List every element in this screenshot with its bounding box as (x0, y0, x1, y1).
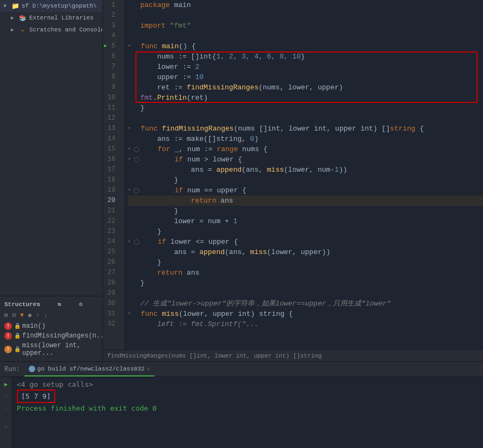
code-line-12 (128, 113, 483, 124)
code-line-14: ans := make([]string, 0) (128, 134, 483, 144)
run-up-btn[interactable]: ↑ (1, 391, 11, 401)
bp-indicator-21 (133, 209, 139, 214)
code-line-7: lower := 2 (128, 62, 483, 72)
code-line-32: left := fmt.Sprintf("... (128, 319, 483, 329)
code-line-9: ret := findMissingRanges(nums, lower, up… (128, 82, 483, 93)
sort2-icon[interactable]: ⇆ (58, 301, 77, 308)
code-line-22: lower = num + 1 (128, 216, 483, 226)
fold-btn-31[interactable]: ▾ (128, 309, 133, 319)
code-line-29 (128, 288, 483, 298)
badge-miss: ! (4, 346, 12, 353)
bp-indicator-4 (133, 34, 139, 39)
code-line-18: } (128, 175, 483, 185)
output-line-3: Process finished with exit code 0 (17, 403, 479, 413)
structure-item-main-label: main() (22, 322, 45, 330)
bp-indicator-17 (133, 167, 139, 173)
code-line-30: // 生成"lower->upper"的字符串，如果lower==upper，只… (128, 298, 483, 309)
code-line-3: import "fmt" (128, 21, 483, 31)
code-line-15: ▾ for _, num := range nums { (128, 144, 483, 154)
bp-indicator-19 (134, 188, 139, 193)
code-line-28: } (128, 278, 483, 288)
fold-btn-24[interactable]: ▾ (128, 237, 133, 247)
structure-item-find[interactable]: ! 🔒 findMissingRanges(n... (0, 331, 102, 341)
structure-list: ! 🔒 main() ! 🔒 findMissingRanges(n... ! … (0, 320, 102, 359)
sidebar-item-sf-label: sf D:\mysetup\gopath\ (22, 3, 97, 9)
run-body: ▶ ↑ ↓ ⇌ <4 go setup calls>[5 7 9]Process… (0, 377, 483, 448)
sidebar-item-extlibs[interactable]: ▶ 📚 External Libraries (0, 12, 102, 24)
main-area: ▼ 📁 sf D:\mysetup\gopath\ ▶ 📚 External L… (0, 0, 483, 361)
down-btn[interactable]: ↓ (43, 311, 49, 319)
fold-btn-13[interactable]: ▾ (128, 124, 133, 134)
sort-icon[interactable]: ⇅ (36, 301, 55, 308)
structure-item-miss[interactable]: ! 🔒 miss(lower int, upper... (0, 341, 102, 358)
tab-icon (29, 366, 35, 372)
structure-title: Structure (4, 301, 36, 308)
run-tab-label: go build sf/newclass2/class032 (37, 366, 145, 372)
bp-indicator-20 (133, 198, 139, 204)
bp-indicator-22 (133, 219, 139, 224)
hint-bar: findMissingRanges(nums []int, lower int,… (103, 349, 483, 361)
run-tab-main[interactable]: go build sf/newclass2/class032 ✕ (24, 362, 154, 376)
output-line-1: [5 7 9] (17, 389, 479, 403)
structure-toolbar: ⊞ ⊟ ▼ ◉ ↑ ↓ (0, 310, 102, 320)
bp-indicator-2 (133, 13, 139, 18)
code-line-23: } (128, 226, 483, 237)
code-area[interactable]: package mainimport "fmt"▾func main() { n… (123, 0, 483, 349)
expand-all-btn[interactable]: ⊞ (3, 311, 9, 319)
filter-btn[interactable]: ◉ (27, 311, 33, 319)
code-line-16: ▾ if num > lower { (128, 154, 483, 165)
code-line-20: return ans (128, 196, 483, 206)
editor-content: 1234▶56789101112131415161718192021222324… (103, 0, 483, 349)
bp-indicator-3 (133, 23, 139, 29)
editor-area: 1234▶56789101112131415161718192021222324… (103, 0, 483, 361)
sidebar-item-scratches[interactable]: ▶ ✏️ Scratches and Consoles (0, 24, 102, 36)
code-line-26: } (128, 257, 483, 268)
line-numbers: 1234▶56789101112131415161718192021222324… (103, 0, 123, 349)
sidebar-item-sf[interactable]: ▼ 📁 sf D:\mysetup\gopath\ (0, 0, 102, 12)
code-line-25: ans = append(ans, miss(lower, upper)) (128, 247, 483, 257)
run-panel: Run: go build sf/newclass2/class032 ✕ ▶ … (0, 361, 483, 448)
lock-find-icon: 🔒 (14, 333, 21, 339)
badge-find: ! (4, 332, 12, 340)
bp-indicator-28 (133, 281, 139, 286)
bp-indicator-8 (133, 75, 139, 80)
bp-indicator-30 (133, 301, 139, 307)
structure-item-miss-label: miss(lower int, upper... (22, 342, 98, 357)
lock-miss-icon: 🔒 (14, 346, 21, 353)
close-tab-btn[interactable]: ✕ (147, 366, 150, 372)
arrow-icon: ▼ (3, 3, 11, 9)
collapse-all-btn[interactable]: ⊟ (11, 311, 17, 319)
structure-item-main[interactable]: ! 🔒 main() (0, 321, 102, 331)
run-label: Run: (4, 366, 20, 373)
fold-btn-19[interactable]: ▾ (128, 185, 133, 196)
structure-panel: Structure ⇅ ⇆ ⚙ ⊞ ⊟ ▼ ◉ ↑ ↓ ! 🔒 main() (0, 296, 102, 361)
run-wrap-btn[interactable]: ⇌ (1, 421, 11, 431)
fold-btn-16[interactable]: ▾ (128, 154, 133, 165)
code-line-19: ▾ if num == upper { (128, 185, 483, 196)
bp-indicator-23 (133, 229, 139, 235)
sidebar-item-scratches-label: Scratches and Consoles (29, 27, 102, 33)
bp-indicator-15 (134, 147, 139, 152)
code-line-1: package main (128, 0, 483, 10)
scratch-icon: ✏️ (18, 25, 27, 34)
bp-indicator-6 (133, 54, 139, 60)
code-line-4 (128, 31, 483, 41)
bp-indicator-10 (133, 95, 139, 101)
settings-icon[interactable]: ⚙ (79, 301, 98, 308)
bp-indicator-18 (133, 178, 139, 183)
bp-indicator-5 (134, 44, 139, 49)
sidebar-item-extlibs-label: External Libraries (29, 15, 94, 21)
sort-alpha-btn[interactable]: ▼ (19, 311, 25, 319)
up-btn[interactable]: ↑ (35, 311, 41, 319)
bp-indicator-25 (133, 250, 139, 255)
fold-btn-15[interactable]: ▾ (128, 144, 133, 154)
bp-indicator-29 (133, 291, 139, 296)
run-down-btn[interactable]: ↓ (1, 403, 11, 413)
bp-indicator-26 (133, 260, 139, 265)
structure-header: Structure ⇅ ⇆ ⚙ (0, 298, 102, 310)
run-play-btn[interactable]: ▶ (1, 379, 11, 389)
code-line-27: return ans (128, 268, 483, 278)
ext-lib-icon: 📚 (18, 14, 27, 22)
fold-btn-5[interactable]: ▾ (128, 41, 133, 51)
arrow-right-icon: ▶ (11, 15, 18, 21)
